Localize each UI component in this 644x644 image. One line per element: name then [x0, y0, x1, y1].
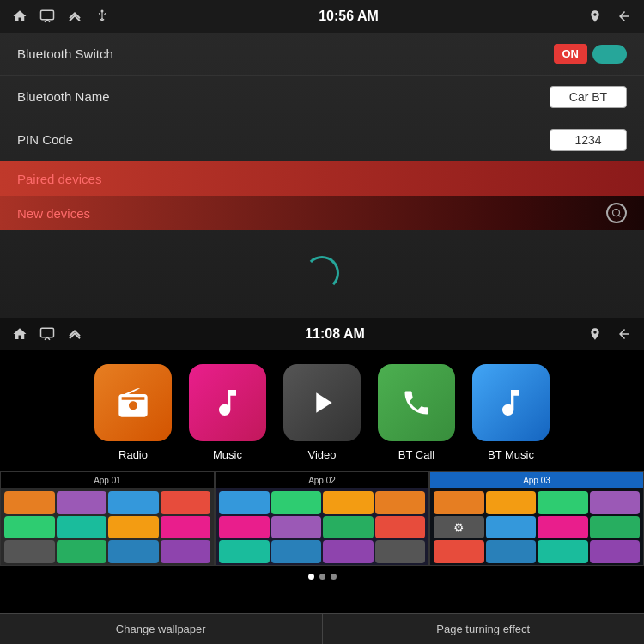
- mini-icon: [323, 491, 374, 514]
- bottom-status-bar: 11:08 AM: [0, 318, 644, 350]
- mini-icon: [219, 516, 270, 539]
- thumbnail-app03[interactable]: App 03 ⚙: [429, 471, 644, 566]
- mini-icon: [538, 516, 588, 539]
- mini-icon: ⚙: [434, 516, 484, 539]
- bottom-status-icons-left: [10, 325, 84, 343]
- bottom-screen-icon[interactable]: [38, 325, 57, 343]
- radio-icon: [94, 364, 172, 441]
- video-icon: [283, 364, 361, 441]
- btcall-icon: [378, 364, 455, 441]
- mini-icon: [57, 540, 107, 563]
- usb-icon: [93, 7, 112, 26]
- app-radio[interactable]: Radio: [94, 364, 172, 461]
- mini-icon: [590, 516, 641, 539]
- app-video[interactable]: Video: [283, 364, 361, 461]
- top-status-bar: 10:56 AM: [0, 0, 644, 33]
- app-btmusic[interactable]: BT Music: [472, 364, 550, 461]
- loading-area: [0, 230, 644, 316]
- mini-icon: [486, 516, 537, 539]
- mini-icon: [219, 540, 270, 563]
- back-icon[interactable]: [615, 7, 634, 26]
- mini-icon: [108, 540, 159, 563]
- mini-icon: [4, 491, 55, 514]
- chevron-up-icon[interactable]: [65, 7, 84, 26]
- mini-icon: [538, 491, 588, 514]
- mini-icon: [434, 491, 484, 514]
- status-bar-icons-right: [586, 7, 634, 26]
- thumbnail-app01[interactable]: App 01: [0, 471, 215, 566]
- mini-icon: [323, 516, 374, 539]
- pin-code-value[interactable]: 1234: [550, 129, 627, 151]
- thumbnail-app02[interactable]: App 02: [215, 471, 429, 566]
- mini-icon: [590, 491, 641, 514]
- toggle-on-label[interactable]: ON: [554, 44, 588, 64]
- thumb-app02-header: App 02: [216, 472, 428, 488]
- btmusic-label: BT Music: [488, 448, 534, 461]
- btcall-label: BT Call: [398, 448, 434, 461]
- bluetooth-name-row: Bluetooth Name Car BT: [0, 76, 644, 118]
- mini-icon: [271, 516, 322, 539]
- thumb-app03-content: ⚙: [430, 488, 643, 566]
- mini-icon: [486, 540, 537, 563]
- svg-point-1: [101, 10, 104, 13]
- video-label: Video: [307, 448, 336, 461]
- page-turning-effect-button[interactable]: Page turning effect: [323, 614, 645, 644]
- thumb-app01-content: [1, 488, 214, 566]
- mini-icon: [538, 540, 588, 563]
- bottom-clock: 11:08 AM: [305, 326, 365, 342]
- bluetooth-settings-panel: 10:56 AM Bluetooth Switch ON Bluetooth N…: [0, 0, 644, 318]
- new-devices-row[interactable]: New devices: [0, 196, 644, 230]
- music-label: Music: [213, 448, 242, 461]
- change-wallpaper-button[interactable]: Change wallpaper: [0, 614, 323, 644]
- mini-icon: [486, 491, 537, 514]
- app-grid: Radio Music Video BT Call BT Music: [0, 350, 644, 468]
- mini-icon: [4, 516, 55, 539]
- bluetooth-switch-row: Bluetooth Switch ON: [0, 33, 644, 76]
- dot-2[interactable]: [319, 574, 325, 580]
- pin-code-row: PIN Code 1234: [0, 118, 644, 161]
- btmusic-icon: [472, 364, 550, 441]
- page-turning-effect-label: Page turning effect: [436, 623, 530, 635]
- radio-label: Radio: [118, 448, 148, 461]
- app-music[interactable]: Music: [189, 364, 266, 461]
- music-icon: [189, 364, 266, 441]
- paired-devices-label: Paired devices: [17, 172, 101, 186]
- bottom-chevron-up-icon[interactable]: [65, 325, 84, 343]
- location-icon: [586, 7, 605, 26]
- app-btcall[interactable]: BT Call: [378, 364, 455, 461]
- svg-point-3: [613, 210, 620, 216]
- bottom-location-icon: [586, 325, 605, 343]
- thumbnail-row: App 01 App 02: [0, 471, 644, 566]
- paired-devices-row[interactable]: Paired devices: [0, 161, 644, 196]
- toggle-teal-indicator[interactable]: [592, 45, 627, 64]
- mini-icon: [108, 516, 159, 539]
- bottom-back-icon[interactable]: [615, 325, 634, 343]
- svg-rect-5: [41, 328, 54, 337]
- mini-icon: [590, 540, 641, 563]
- bluetooth-switch-label: Bluetooth Switch: [17, 46, 113, 61]
- bluetooth-name-label: Bluetooth Name: [17, 89, 110, 104]
- mini-icon: [161, 540, 211, 563]
- bluetooth-toggle-group[interactable]: ON: [554, 44, 628, 64]
- screen-icon[interactable]: [38, 7, 57, 26]
- home-icon[interactable]: [10, 7, 29, 26]
- thumb-app01-header: App 01: [1, 472, 214, 488]
- status-bar-icons-left: [10, 7, 112, 26]
- bluetooth-name-value[interactable]: Car BT: [550, 86, 627, 108]
- svg-rect-2: [101, 20, 104, 21]
- mini-icon: [434, 540, 484, 563]
- change-wallpaper-label: Change wallpaper: [116, 623, 206, 635]
- thumb-app03-header: App 03: [430, 472, 643, 488]
- top-clock: 10:56 AM: [319, 9, 379, 24]
- dot-3[interactable]: [331, 574, 337, 580]
- mini-icon: [375, 540, 426, 563]
- svg-rect-0: [41, 10, 54, 20]
- bottom-status-icons-right: [586, 325, 634, 343]
- bottom-home-icon[interactable]: [10, 325, 29, 343]
- dot-1[interactable]: [308, 574, 314, 580]
- search-icon[interactable]: [606, 203, 627, 223]
- loading-spinner: [305, 256, 339, 290]
- page-dots: [0, 569, 644, 583]
- mini-icon: [323, 540, 374, 563]
- bottom-action-bar: Change wallpaper Page turning effect: [0, 613, 644, 644]
